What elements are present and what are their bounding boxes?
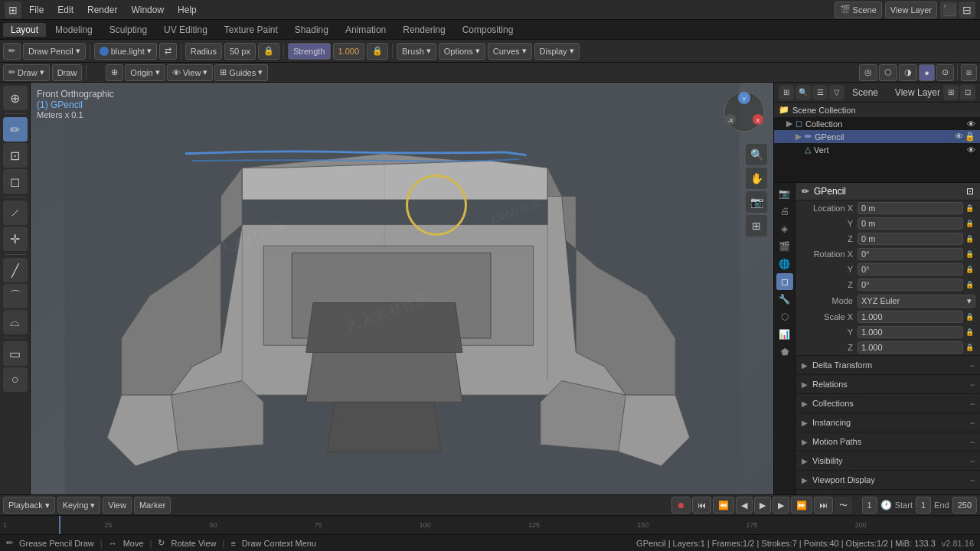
location-y-value[interactable]: 0 m [858, 217, 963, 230]
location-z-value[interactable]: 0 m [858, 233, 963, 245]
menu-render[interactable]: Render [81, 3, 123, 17]
scene-selector[interactable]: 🎬 Scene [835, 2, 882, 18]
zoom-icon[interactable]: 🔍 [746, 144, 767, 165]
object-props-icon[interactable]: ◻ [776, 273, 793, 290]
prev-frame-btn[interactable]: ⏪ [713, 497, 734, 514]
rotation-x-value[interactable]: 0° [858, 248, 963, 260]
r-icon4[interactable]: ▽ [829, 85, 844, 100]
prev-keyframe-btn[interactable]: ◀ [736, 497, 753, 514]
output-props-icon[interactable]: 🖨 [776, 203, 793, 220]
app-menu-icon[interactable]: ⊞ [5, 2, 21, 18]
rotation-y-lock[interactable]: 🔒 [963, 266, 975, 273]
marker-dropdown[interactable]: Marker [134, 497, 171, 514]
tool-mode-icon[interactable]: ✏ [3, 43, 21, 60]
viewport[interactable]: 人人素材社区 人人素材社区 www.rrsc.cn Front Orthogra… [31, 83, 773, 494]
motion-paths-header[interactable]: ▶ Motion Paths ··· [795, 432, 980, 451]
view-layer-props-icon[interactable]: ◈ [776, 220, 793, 237]
pan-icon[interactable]: ✋ [746, 168, 767, 189]
grid-icon[interactable]: ⊞ [746, 215, 767, 236]
menu-edit[interactable]: Edit [51, 3, 80, 17]
next-keyframe-btn[interactable]: ▶ [773, 497, 789, 514]
obj-expand-icon[interactable]: ⊡ [966, 186, 974, 197]
location-x-value[interactable]: 0 m [858, 202, 963, 214]
draw-toggle[interactable]: Draw [52, 64, 83, 81]
keying-dropdown[interactable]: Keying ▾ [57, 497, 101, 514]
select-tool-btn[interactable]: ⊕ [3, 86, 28, 110]
location-x-lock[interactable]: 🔒 [963, 204, 975, 212]
render-icon[interactable]: ⬛ [940, 2, 957, 18]
fps-logo-btn[interactable]: 〜 [835, 497, 852, 514]
guides-dropdown[interactable]: ⊞ Guides ▾ [214, 64, 268, 81]
tab-texture-paint[interactable]: Texture Paint [217, 23, 286, 37]
brush-color-btn[interactable]: blue.light ▾ [94, 43, 157, 60]
viewport-shade-btn5[interactable]: ⊙ [936, 64, 954, 81]
viewport-shade-btn4[interactable]: ● [919, 64, 935, 81]
scale-y-lock[interactable]: 🔒 [963, 328, 975, 336]
line-tool-btn[interactable]: ╱ [3, 258, 28, 282]
outliner-item-gpencil[interactable]: ▶ ✏ GPencil 👁 🔒 [774, 130, 980, 143]
circle-tool-btn[interactable]: ○ [3, 367, 28, 392]
vert-vis-icon[interactable]: 👁 [967, 145, 975, 155]
r-icon5[interactable]: ⊞ [943, 85, 959, 100]
scale-x-value[interactable]: 1.000 [858, 311, 963, 323]
viewport-shade-btn3[interactable]: ◑ [899, 64, 917, 81]
timeline-view-dropdown[interactable]: View [103, 497, 132, 514]
taper-tool-btn[interactable]: ⟋ [3, 201, 28, 225]
rotation-x-lock[interactable]: 🔒 [963, 250, 975, 258]
tab-rendering[interactable]: Rendering [395, 23, 452, 37]
location-z-lock[interactable]: 🔒 [963, 235, 975, 243]
flip-colors-btn[interactable]: ⇄ [159, 43, 177, 60]
outliner-item-vert[interactable]: △ Vert 👁 [774, 143, 980, 156]
curve-tool-btn[interactable]: ⌒ [3, 284, 28, 308]
relations-header[interactable]: ▶ Relations ··· [795, 375, 980, 393]
viewport-shade-btn2[interactable]: ⬡ [879, 64, 897, 81]
render-props-icon[interactable]: 📷 [776, 185, 793, 202]
view-layer-selector[interactable]: View Layer [885, 2, 937, 18]
tab-animation[interactable]: Animation [338, 23, 394, 37]
record-btn[interactable]: ⏺ [671, 497, 691, 514]
rotation-z-lock[interactable]: 🔒 [963, 281, 975, 289]
tab-uv-editing[interactable]: UV Editing [156, 23, 215, 37]
shader-props-icon[interactable]: ⬡ [776, 308, 793, 325]
timeline-track[interactable]: 1 25 50 75 100 125 150 175 200 [0, 516, 980, 534]
options-dropdown[interactable]: Options ▾ [439, 43, 485, 60]
current-frame-input[interactable]: 1 [862, 497, 877, 514]
next-frame-btn[interactable]: ⏩ [791, 497, 812, 514]
r-icon2[interactable]: 🔍 [795, 85, 811, 100]
strength-value[interactable]: 1.000 [333, 43, 365, 60]
visibility-icon[interactable]: 👁 [967, 119, 975, 129]
strength-lock-btn[interactable]: 🔒 [367, 43, 388, 60]
r-icon1[interactable]: ⊞ [779, 85, 794, 100]
tab-sculpting[interactable]: Sculpting [102, 23, 155, 37]
scene-props-icon[interactable]: 🎬 [776, 238, 793, 255]
view-dropdown[interactable]: 👁 View ▾ [167, 64, 214, 81]
radius-label-btn[interactable]: Radius [185, 43, 222, 60]
camera-icon[interactable]: 📷 [746, 191, 767, 213]
gpencil-vis-icon[interactable]: 👁 [955, 132, 963, 142]
end-frame-input[interactable]: 250 [952, 497, 977, 514]
arc-tool-btn[interactable]: ⌓ [3, 310, 28, 334]
tab-compositing[interactable]: Compositing [455, 23, 521, 37]
menu-window[interactable]: Window [125, 3, 170, 17]
skip-start-btn[interactable]: ⏮ [692, 497, 711, 514]
timeline-bar-area[interactable]: 1 25 50 75 100 125 150 175 200 [0, 516, 980, 534]
tab-modeling[interactable]: Modeling [47, 23, 100, 37]
move-tool-btn[interactable]: ✛ [3, 227, 28, 251]
playback-dropdown[interactable]: Playback ▾ [3, 497, 55, 514]
rotation-z-value[interactable]: 0° [858, 279, 963, 291]
start-frame-input[interactable]: 1 [916, 497, 931, 514]
fill-tool-btn[interactable]: ⊡ [3, 143, 28, 168]
rect-tool-btn[interactable]: ▭ [3, 341, 28, 366]
layout-icon[interactable]: ⊟ [959, 2, 975, 18]
viewport-gizmo[interactable]: Y X -X [721, 89, 767, 135]
skip-end-btn[interactable]: ⏭ [814, 497, 833, 514]
visibility-header[interactable]: ▶ Visibility ··· [795, 452, 980, 470]
scale-y-value[interactable]: 1.000 [858, 326, 963, 338]
modifier-props-icon[interactable]: 🔧 [776, 291, 793, 308]
material-props-icon[interactable]: ⬟ [776, 344, 793, 360]
location-y-lock[interactable]: 🔒 [963, 220, 975, 227]
strength-label-btn[interactable]: Strength [288, 43, 331, 60]
radius-value[interactable]: 50 px [224, 43, 256, 60]
viewport-overlay-btn[interactable]: ⧆ [961, 64, 977, 81]
draw-tool-btn[interactable]: ✏ [3, 117, 28, 142]
